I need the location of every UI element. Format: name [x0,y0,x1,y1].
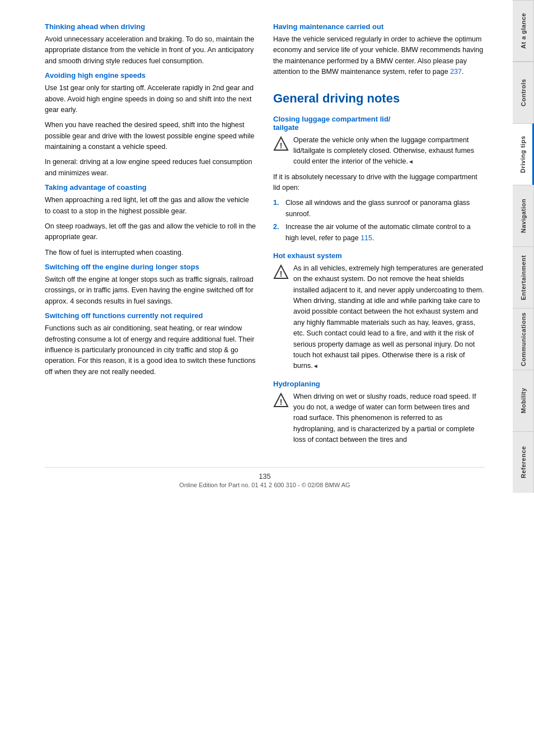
triangle-end-luggage: ◄ [408,158,414,165]
text-coasting-p1: When approaching a red light, let off th… [45,195,256,217]
heading-maintenance: Having maintenance carried out [273,22,485,31]
page-number: 135 [45,472,485,480]
left-column: Thinking ahead when driving Avoid unnece… [45,22,256,450]
svg-text:!: ! [280,141,283,150]
copyright-text: Online Edition for Part no. 01 41 2 600 … [179,482,350,488]
warning-icon-exhaust: ! [273,264,289,280]
text-avoiding-p2: When you have reached the desired speed,… [45,120,256,152]
heading-hot-exhaust: Hot exhaust system [273,251,485,260]
text-avoiding-p3: In general: driving at a low engine spee… [45,157,256,179]
sidebar-tab-navigation[interactable]: Navigation [513,185,534,246]
section-closing-luggage: Closing luggage compartment lid/tailgate… [273,115,485,244]
page-footer: 135 Online Edition for Part no. 01 41 2 … [45,467,485,488]
sidebar-tab-at-a-glance[interactable]: At a glance [513,0,534,62]
text-warning-exhaust: As in all vehicles, extremely high tempe… [293,263,485,372]
warning-icon-hydroplaning: ! [273,393,289,408]
list-item-1: 1. Close all windows and the glass sunro… [273,198,485,220]
luggage-numbered-list: 1. Close all windows and the glass sunro… [273,198,485,244]
warning-icon-luggage: ! [273,136,289,152]
text-maintenance: Have the vehicle serviced regularly in o… [273,34,485,78]
two-column-section: Thinking ahead when driving Avoid unnece… [45,22,485,450]
sidebar-tab-reference[interactable]: Reference [513,431,534,493]
triangle-end-exhaust: ◄ [313,363,318,369]
text-warning-luggage: Operate the vehicle only when the luggag… [293,135,485,167]
section-coasting: Taking advantage of coasting When approa… [45,183,256,258]
svg-text:!: ! [280,269,283,278]
section-hot-exhaust: Hot exhaust system ! As in all vehicles,… [273,251,485,372]
text-switching-functions: Functions such as air conditioning, seat… [45,323,256,377]
section-switching-functions: Switching off functions currently not re… [45,311,256,377]
warning-closing-luggage: ! Operate the vehicle only when the lugg… [273,135,485,167]
svg-text:!: ! [280,398,283,407]
heading-switching-engine: Switching off the engine during longer s… [45,263,256,271]
list-text-1: Close all windows and the glass sunroof … [285,198,485,220]
text-switching-engine: Switch off the engine at longer stops su… [45,274,256,307]
sidebar-tab-driving-tips[interactable]: Driving tips [513,123,534,185]
link-page-115[interactable]: 115 [360,234,372,242]
sidebar: At a glance Controls Driving tips Naviga… [513,0,534,756]
major-heading-general-driving: General driving notes [273,91,485,106]
section-hydroplaning: Hydroplaning ! When driving on wet or sl… [273,380,485,446]
warning-hydroplaning: ! When driving on wet or slushy roads, r… [273,391,485,446]
text-avoiding-p1: Use 1st gear only for starting off. Acce… [45,83,256,115]
link-page-237[interactable]: 237 [450,68,462,76]
sidebar-tab-controls[interactable]: Controls [513,62,534,123]
section-maintenance: Having maintenance carried out Have the … [273,22,485,78]
section-thinking-ahead: Thinking ahead when driving Avoid unnece… [45,22,256,67]
sidebar-tab-entertainment[interactable]: Entertainment [513,246,534,308]
main-content: Thinking ahead when driving Avoid unnece… [0,0,513,756]
text-thinking-ahead: Avoid unnecessary acceleration and braki… [45,34,256,67]
sidebar-tab-communications[interactable]: Communications [513,308,534,370]
heading-thinking-ahead: Thinking ahead when driving [45,22,256,31]
text-coasting-p3: The flow of fuel is interrupted when coa… [45,248,256,258]
heading-avoiding-high-engine: Avoiding high engine speeds [45,71,256,80]
section-avoiding-high-engine: Avoiding high engine speeds Use 1st gear… [45,71,256,179]
text-luggage-intro: If it is absolutely necessary to drive w… [273,172,485,194]
heading-hydroplaning: Hydroplaning [273,380,485,388]
list-num-1: 1. [273,198,282,220]
heading-closing-luggage: Closing luggage compartment lid/tailgate [273,115,485,132]
heading-switching-functions: Switching off functions currently not re… [45,311,256,320]
heading-coasting: Taking advantage of coasting [45,183,256,192]
list-num-2: 2. [273,222,282,244]
sidebar-tab-mobility[interactable]: Mobility [513,370,534,431]
list-text-2: Increase the air volume of the automatic… [285,222,485,244]
list-item-2: 2. Increase the air volume of the automa… [273,222,485,244]
section-switching-engine: Switching off the engine during longer s… [45,263,256,307]
right-column: Having maintenance carried out Have the … [273,22,485,450]
text-warning-hydroplaning: When driving on wet or slushy roads, red… [293,391,485,446]
warning-hot-exhaust: ! As in all vehicles, extremely high tem… [273,263,485,372]
text-coasting-p2: On steep roadways, let off the gas and a… [45,221,256,243]
